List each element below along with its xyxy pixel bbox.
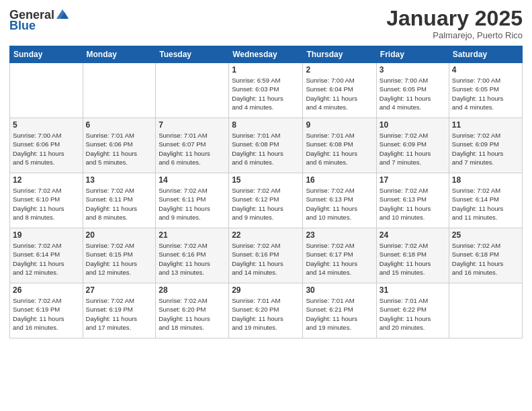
- day-info: Sunrise: 7:01 AMSunset: 6:08 PMDaylight:…: [306, 131, 373, 167]
- day-info: Sunrise: 7:02 AMSunset: 6:14 PMDaylight:…: [452, 186, 519, 222]
- day-number: 21: [159, 230, 226, 240]
- calendar-cell: [10, 63, 83, 118]
- day-info: Sunrise: 7:02 AMSunset: 6:20 PMDaylight:…: [159, 296, 226, 332]
- day-number: 10: [380, 120, 446, 130]
- calendar-week-row: 1Sunrise: 6:59 AMSunset: 6:03 PMDaylight…: [10, 63, 523, 118]
- calendar-cell: 28Sunrise: 7:02 AMSunset: 6:20 PMDayligh…: [156, 283, 229, 338]
- calendar-cell: 21Sunrise: 7:02 AMSunset: 6:16 PMDayligh…: [156, 228, 229, 283]
- logo-blue-text: Blue: [9, 19, 36, 33]
- calendar-cell: 15Sunrise: 7:02 AMSunset: 6:12 PMDayligh…: [229, 173, 303, 228]
- day-info: Sunrise: 6:59 AMSunset: 6:03 PMDaylight:…: [232, 76, 300, 111]
- title-block: January 2025 Palmarejo, Puerto Rico: [386, 7, 523, 40]
- calendar-cell: 31Sunrise: 7:01 AMSunset: 6:22 PMDayligh…: [376, 283, 449, 338]
- day-number: 28: [159, 285, 226, 295]
- calendar-cell: 17Sunrise: 7:02 AMSunset: 6:13 PMDayligh…: [376, 173, 449, 228]
- calendar-week-row: 5Sunrise: 7:00 AMSunset: 6:06 PMDaylight…: [10, 118, 523, 173]
- calendar: Sunday Monday Tuesday Wednesday Thursday…: [9, 46, 523, 338]
- col-thursday: Thursday: [303, 46, 376, 63]
- day-info: Sunrise: 7:01 AMSunset: 6:22 PMDaylight:…: [380, 296, 446, 332]
- day-number: 26: [13, 285, 80, 295]
- calendar-cell: 1Sunrise: 6:59 AMSunset: 6:03 PMDaylight…: [229, 63, 303, 118]
- calendar-cell: 26Sunrise: 7:02 AMSunset: 6:19 PMDayligh…: [10, 283, 83, 338]
- day-info: Sunrise: 7:02 AMSunset: 6:12 PMDaylight:…: [232, 186, 300, 222]
- day-info: Sunrise: 7:02 AMSunset: 6:10 PMDaylight:…: [13, 186, 80, 222]
- calendar-cell: 23Sunrise: 7:02 AMSunset: 6:17 PMDayligh…: [303, 228, 376, 283]
- col-friday: Friday: [376, 46, 449, 63]
- day-info: Sunrise: 7:02 AMSunset: 6:14 PMDaylight:…: [13, 241, 80, 277]
- calendar-header-row: Sunday Monday Tuesday Wednesday Thursday…: [10, 46, 523, 63]
- day-info: Sunrise: 7:02 AMSunset: 6:09 PMDaylight:…: [452, 131, 519, 167]
- day-number: 9: [306, 120, 373, 130]
- calendar-week-row: 12Sunrise: 7:02 AMSunset: 6:10 PMDayligh…: [10, 173, 523, 228]
- day-info: Sunrise: 7:02 AMSunset: 6:18 PMDaylight:…: [452, 241, 519, 277]
- day-number: 12: [13, 175, 80, 185]
- calendar-cell: 19Sunrise: 7:02 AMSunset: 6:14 PMDayligh…: [10, 228, 83, 283]
- calendar-cell: [83, 63, 156, 118]
- calendar-cell: 5Sunrise: 7:00 AMSunset: 6:06 PMDaylight…: [10, 118, 83, 173]
- calendar-cell: 6Sunrise: 7:01 AMSunset: 6:06 PMDaylight…: [83, 118, 156, 173]
- day-number: 8: [232, 120, 300, 130]
- calendar-cell: 22Sunrise: 7:02 AMSunset: 6:16 PMDayligh…: [229, 228, 303, 283]
- day-info: Sunrise: 7:01 AMSunset: 6:07 PMDaylight:…: [159, 131, 226, 167]
- day-number: 17: [380, 175, 446, 185]
- day-info: Sunrise: 7:02 AMSunset: 6:19 PMDaylight:…: [13, 296, 80, 332]
- day-number: 16: [306, 175, 373, 185]
- day-number: 19: [13, 230, 80, 240]
- col-saturday: Saturday: [449, 46, 522, 63]
- day-number: 1: [232, 65, 300, 75]
- day-info: Sunrise: 7:00 AMSunset: 6:06 PMDaylight:…: [13, 131, 80, 167]
- day-number: 18: [452, 175, 519, 185]
- calendar-week-row: 26Sunrise: 7:02 AMSunset: 6:19 PMDayligh…: [10, 283, 523, 338]
- day-number: 22: [232, 230, 300, 240]
- day-number: 13: [86, 175, 153, 185]
- day-number: 20: [86, 230, 153, 240]
- calendar-cell: 30Sunrise: 7:01 AMSunset: 6:21 PMDayligh…: [303, 283, 376, 338]
- calendar-cell: 20Sunrise: 7:02 AMSunset: 6:15 PMDayligh…: [83, 228, 156, 283]
- day-number: 6: [86, 120, 153, 130]
- col-tuesday: Tuesday: [156, 46, 229, 63]
- month-title: January 2025: [386, 7, 523, 30]
- calendar-cell: 8Sunrise: 7:01 AMSunset: 6:08 PMDaylight…: [229, 118, 303, 173]
- day-info: Sunrise: 7:02 AMSunset: 6:18 PMDaylight:…: [380, 241, 446, 277]
- page: General Blue January 2025 Palmarejo, Pue…: [0, 0, 532, 411]
- col-monday: Monday: [83, 46, 156, 63]
- day-number: 3: [380, 65, 446, 75]
- day-number: 23: [306, 230, 373, 240]
- day-info: Sunrise: 7:01 AMSunset: 6:21 PMDaylight:…: [306, 296, 373, 332]
- day-number: 29: [232, 285, 300, 295]
- day-info: Sunrise: 7:02 AMSunset: 6:16 PMDaylight:…: [159, 241, 226, 277]
- day-info: Sunrise: 7:01 AMSunset: 6:08 PMDaylight:…: [232, 131, 300, 167]
- calendar-cell: 2Sunrise: 7:00 AMSunset: 6:04 PMDaylight…: [303, 63, 376, 118]
- day-info: Sunrise: 7:02 AMSunset: 6:11 PMDaylight:…: [86, 186, 153, 222]
- calendar-cell: 12Sunrise: 7:02 AMSunset: 6:10 PMDayligh…: [10, 173, 83, 228]
- day-info: Sunrise: 7:02 AMSunset: 6:13 PMDaylight:…: [306, 186, 373, 222]
- logo: General Blue: [9, 7, 70, 33]
- day-number: 4: [452, 65, 519, 75]
- day-info: Sunrise: 7:02 AMSunset: 6:11 PMDaylight:…: [159, 186, 226, 222]
- calendar-cell: 24Sunrise: 7:02 AMSunset: 6:18 PMDayligh…: [376, 228, 449, 283]
- col-sunday: Sunday: [10, 46, 83, 63]
- day-info: Sunrise: 7:02 AMSunset: 6:16 PMDaylight:…: [232, 241, 300, 277]
- day-number: 30: [306, 285, 373, 295]
- day-info: Sunrise: 7:02 AMSunset: 6:19 PMDaylight:…: [86, 296, 153, 332]
- day-info: Sunrise: 7:00 AMSunset: 6:04 PMDaylight:…: [306, 76, 373, 111]
- day-number: 7: [159, 120, 226, 130]
- header: General Blue January 2025 Palmarejo, Pue…: [9, 7, 523, 40]
- calendar-cell: 4Sunrise: 7:00 AMSunset: 6:05 PMDaylight…: [449, 63, 522, 118]
- calendar-cell: 7Sunrise: 7:01 AMSunset: 6:07 PMDaylight…: [156, 118, 229, 173]
- calendar-cell: 27Sunrise: 7:02 AMSunset: 6:19 PMDayligh…: [83, 283, 156, 338]
- day-number: 11: [452, 120, 519, 130]
- day-info: Sunrise: 7:01 AMSunset: 6:06 PMDaylight:…: [86, 131, 153, 167]
- day-info: Sunrise: 7:02 AMSunset: 6:13 PMDaylight:…: [380, 186, 446, 222]
- day-info: Sunrise: 7:00 AMSunset: 6:05 PMDaylight:…: [452, 76, 519, 111]
- day-info: Sunrise: 7:00 AMSunset: 6:05 PMDaylight:…: [380, 76, 446, 111]
- calendar-cell: [156, 63, 229, 118]
- calendar-cell: 18Sunrise: 7:02 AMSunset: 6:14 PMDayligh…: [449, 173, 522, 228]
- calendar-week-row: 19Sunrise: 7:02 AMSunset: 6:14 PMDayligh…: [10, 228, 523, 283]
- calendar-cell: 13Sunrise: 7:02 AMSunset: 6:11 PMDayligh…: [83, 173, 156, 228]
- day-number: 25: [452, 230, 519, 240]
- day-number: 27: [86, 285, 153, 295]
- calendar-cell: 9Sunrise: 7:01 AMSunset: 6:08 PMDaylight…: [303, 118, 376, 173]
- day-number: 31: [380, 285, 446, 295]
- calendar-cell: 10Sunrise: 7:02 AMSunset: 6:09 PMDayligh…: [376, 118, 449, 173]
